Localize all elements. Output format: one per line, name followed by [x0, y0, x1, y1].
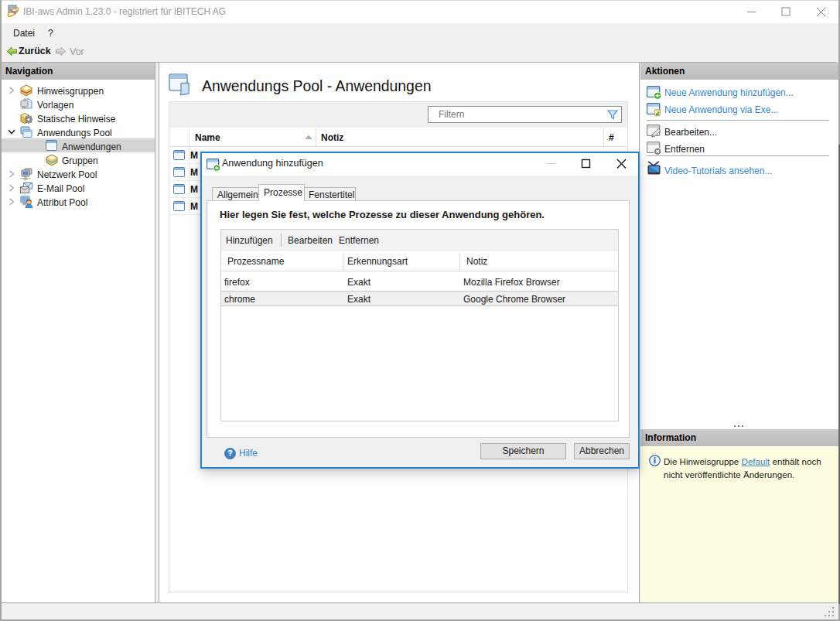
svg-text:?: ?: [227, 449, 232, 458]
